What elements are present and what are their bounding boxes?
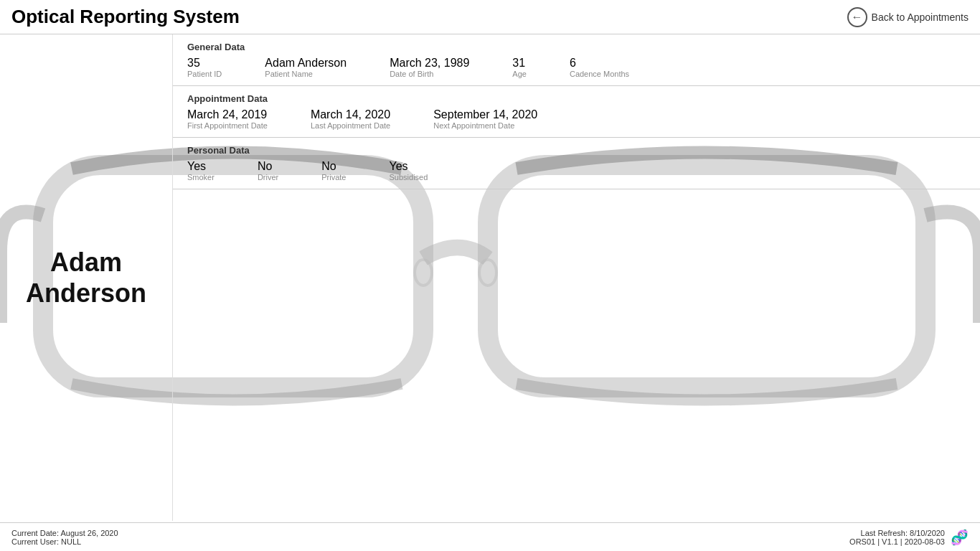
- smoker-label: Smoker: [187, 173, 215, 182]
- footer-right: Last Refresh: 8/10/2020 ORS01 | V1.1 | 2…: [849, 529, 969, 546]
- cadence-value: 6: [570, 57, 629, 70]
- app-header: Optical Reporting System ← Back to Appoi…: [0, 0, 980, 34]
- subsidised-field: Yes Subsidised: [390, 160, 428, 182]
- personal-data-section: Personal Data Yes Smoker No Driver No Pr…: [173, 138, 980, 189]
- right-panel: General Data 35 Patient ID Adam Anderson…: [172, 34, 980, 521]
- footer-version-info: Last Refresh: 8/10/2020 ORS01 | V1.1 | 2…: [849, 529, 945, 546]
- cadence-label: Cadence Months: [570, 70, 629, 78]
- patient-name-label: Patient Name: [265, 70, 347, 78]
- general-data-row: 35 Patient ID Adam Anderson Patient Name…: [187, 57, 966, 78]
- appointment-data-title: Appointment Data: [187, 93, 966, 104]
- general-data-section: General Data 35 Patient ID Adam Anderson…: [173, 34, 980, 86]
- back-to-appointments-button[interactable]: ← Back to Appointments: [847, 7, 969, 27]
- driver-value: No: [258, 160, 278, 173]
- dob-label: Date of Birth: [390, 70, 469, 78]
- patient-id-label: Patient ID: [187, 70, 222, 78]
- private-value: No: [321, 160, 346, 173]
- subsidised-label: Subsidised: [390, 173, 428, 182]
- personal-data-title: Personal Data: [187, 145, 966, 156]
- private-label: Private: [321, 173, 346, 182]
- next-appt-value: September 14, 2020: [433, 108, 537, 121]
- last-appt-value: March 14, 2020: [311, 108, 390, 121]
- smoker-value: Yes: [187, 160, 215, 173]
- back-icon: ←: [847, 7, 867, 27]
- dob-field: March 23, 1989 Date of Birth: [390, 57, 469, 78]
- subsidised-value: Yes: [390, 160, 428, 173]
- next-appt-field: September 14, 2020 Next Appointment Date: [433, 108, 537, 130]
- dob-value: March 23, 1989: [390, 57, 469, 70]
- appointment-data-section: Appointment Data March 24, 2019 First Ap…: [173, 86, 980, 138]
- main-content: AdamAnderson General Data 35 Patient ID …: [0, 34, 980, 521]
- patient-name-field: Adam Anderson Patient Name: [265, 57, 347, 78]
- appointment-data-row: March 24, 2019 First Appointment Date Ma…: [187, 108, 966, 130]
- personal-data-row: Yes Smoker No Driver No Private Yes Subs…: [187, 160, 966, 182]
- cadence-field: 6 Cadence Months: [570, 57, 629, 78]
- age-value: 31: [512, 57, 527, 70]
- patient-name-value: Adam Anderson: [265, 57, 347, 70]
- back-button-label: Back to Appointments: [872, 11, 969, 23]
- patient-name-text: AdamAnderson: [26, 247, 146, 309]
- first-appt-field: March 24, 2019 First Appointment Date: [187, 108, 268, 130]
- first-appt-label: First Appointment Date: [187, 121, 268, 130]
- patient-id-field: 35 Patient ID: [187, 57, 222, 78]
- patient-id-value: 35: [187, 57, 222, 70]
- current-date: Current Date: August 26, 2020: [11, 529, 118, 537]
- driver-field: No Driver: [258, 160, 278, 182]
- last-appt-field: March 14, 2020 Last Appointment Date: [311, 108, 390, 130]
- smoker-field: Yes Smoker: [187, 160, 215, 182]
- version: ORS01 | V1.1 | 2020-08-03: [849, 537, 945, 546]
- last-refresh: Last Refresh: 8/10/2020: [849, 529, 945, 537]
- current-user: Current User: NULL: [11, 537, 118, 546]
- first-appt-value: March 24, 2019: [187, 108, 268, 121]
- driver-label: Driver: [258, 173, 278, 182]
- last-appt-label: Last Appointment Date: [311, 121, 390, 130]
- age-field: 31 Age: [512, 57, 527, 78]
- age-label: Age: [512, 70, 527, 78]
- app-title: Optical Reporting System: [11, 6, 240, 28]
- footer-left: Current Date: August 26, 2020 Current Us…: [11, 529, 118, 546]
- general-data-title: General Data: [187, 42, 966, 52]
- app-footer: Current Date: August 26, 2020 Current Us…: [0, 522, 980, 551]
- dna-icon: 🧬: [951, 529, 969, 546]
- patient-name-display: AdamAnderson: [0, 34, 172, 521]
- private-field: No Private: [321, 160, 346, 182]
- next-appt-label: Next Appointment Date: [433, 121, 537, 130]
